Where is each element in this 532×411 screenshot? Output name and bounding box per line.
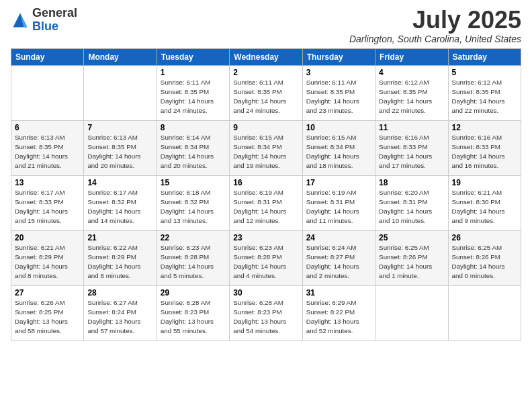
day-number: 20 xyxy=(15,233,80,242)
day-number: 7 xyxy=(87,123,152,132)
logo-icon xyxy=(11,11,30,30)
calendar-cell xyxy=(84,65,157,120)
day-info: Sunrise: 6:17 AMSunset: 8:32 PMDaylight:… xyxy=(87,189,140,225)
location: Darlington, South Carolina, United State… xyxy=(349,34,521,44)
week-row-1: 1Sunrise: 6:11 AMSunset: 8:35 PMDaylight… xyxy=(11,65,521,120)
calendar-cell: 31Sunrise: 6:29 AMSunset: 8:22 PMDayligh… xyxy=(302,285,375,340)
day-info: Sunrise: 6:21 AMSunset: 8:29 PMDaylight:… xyxy=(15,244,68,280)
day-number: 13 xyxy=(15,178,80,187)
day-info: Sunrise: 6:21 AMSunset: 8:30 PMDaylight:… xyxy=(452,189,505,225)
calendar-cell: 24Sunrise: 6:24 AMSunset: 8:27 PMDayligh… xyxy=(302,230,375,285)
logo-general: General xyxy=(32,6,77,19)
day-number: 25 xyxy=(379,233,444,242)
calendar-cell: 22Sunrise: 6:23 AMSunset: 8:28 PMDayligh… xyxy=(157,230,229,285)
calendar-cell: 27Sunrise: 6:26 AMSunset: 8:25 PMDayligh… xyxy=(11,285,84,340)
col-saturday: Saturday xyxy=(448,48,521,65)
calendar-cell: 10Sunrise: 6:15 AMSunset: 8:34 PMDayligh… xyxy=(302,120,375,175)
day-info: Sunrise: 6:26 AMSunset: 8:25 PMDaylight:… xyxy=(15,299,68,335)
calendar-cell: 16Sunrise: 6:19 AMSunset: 8:31 PMDayligh… xyxy=(230,175,302,230)
day-info: Sunrise: 6:23 AMSunset: 8:28 PMDaylight:… xyxy=(161,244,214,280)
day-number: 26 xyxy=(452,233,517,242)
day-number: 5 xyxy=(452,68,517,77)
day-info: Sunrise: 6:11 AMSunset: 8:35 PMDaylight:… xyxy=(306,79,359,115)
col-friday: Friday xyxy=(375,48,448,65)
day-number: 10 xyxy=(306,123,371,132)
day-number: 21 xyxy=(87,233,152,242)
calendar-cell: 21Sunrise: 6:22 AMSunset: 8:29 PMDayligh… xyxy=(84,230,157,285)
day-number: 30 xyxy=(233,288,298,298)
day-number: 4 xyxy=(379,68,444,77)
day-number: 28 xyxy=(87,288,152,298)
calendar-cell: 4Sunrise: 6:12 AMSunset: 8:35 PMDaylight… xyxy=(375,65,448,120)
day-info: Sunrise: 6:29 AMSunset: 8:22 PMDaylight:… xyxy=(306,299,359,335)
calendar-cell: 9Sunrise: 6:15 AMSunset: 8:34 PMDaylight… xyxy=(230,120,302,175)
day-info: Sunrise: 6:27 AMSunset: 8:24 PMDaylight:… xyxy=(87,299,140,335)
day-number: 29 xyxy=(161,288,226,298)
calendar-cell: 2Sunrise: 6:11 AMSunset: 8:35 PMDaylight… xyxy=(230,65,302,120)
day-info: Sunrise: 6:22 AMSunset: 8:29 PMDaylight:… xyxy=(87,244,140,280)
week-row-4: 20Sunrise: 6:21 AMSunset: 8:29 PMDayligh… xyxy=(11,230,521,285)
calendar-cell: 7Sunrise: 6:13 AMSunset: 8:35 PMDaylight… xyxy=(84,120,157,175)
calendar-cell: 8Sunrise: 6:14 AMSunset: 8:34 PMDaylight… xyxy=(157,120,229,175)
logo: General Blue xyxy=(11,7,77,34)
day-number: 2 xyxy=(233,68,298,77)
calendar-cell: 12Sunrise: 6:16 AMSunset: 8:33 PMDayligh… xyxy=(448,120,521,175)
calendar-cell: 23Sunrise: 6:23 AMSunset: 8:28 PMDayligh… xyxy=(230,230,302,285)
day-info: Sunrise: 6:25 AMSunset: 8:26 PMDaylight:… xyxy=(379,244,432,280)
day-number: 15 xyxy=(161,178,226,187)
calendar-cell: 19Sunrise: 6:21 AMSunset: 8:30 PMDayligh… xyxy=(448,175,521,230)
calendar-cell: 1Sunrise: 6:11 AMSunset: 8:35 PMDaylight… xyxy=(157,65,229,120)
day-number: 14 xyxy=(87,178,152,187)
day-number: 31 xyxy=(306,288,371,298)
day-number: 9 xyxy=(233,123,298,132)
day-info: Sunrise: 6:28 AMSunset: 8:23 PMDaylight:… xyxy=(233,299,286,335)
calendar-cell: 26Sunrise: 6:25 AMSunset: 8:26 PMDayligh… xyxy=(448,230,521,285)
day-info: Sunrise: 6:19 AMSunset: 8:31 PMDaylight:… xyxy=(306,189,359,225)
day-number: 1 xyxy=(161,68,226,77)
day-info: Sunrise: 6:16 AMSunset: 8:33 PMDaylight:… xyxy=(379,134,432,170)
day-info: Sunrise: 6:11 AMSunset: 8:35 PMDaylight:… xyxy=(161,79,214,115)
col-tuesday: Tuesday xyxy=(157,48,229,65)
day-info: Sunrise: 6:16 AMSunset: 8:33 PMDaylight:… xyxy=(452,134,505,170)
calendar-cell: 11Sunrise: 6:16 AMSunset: 8:33 PMDayligh… xyxy=(375,120,448,175)
day-number: 11 xyxy=(379,123,444,132)
day-number: 22 xyxy=(161,233,226,242)
page: General Blue July 2025 Darlington, South… xyxy=(0,0,532,411)
calendar-cell: 28Sunrise: 6:27 AMSunset: 8:24 PMDayligh… xyxy=(84,285,157,340)
calendar-cell: 17Sunrise: 6:19 AMSunset: 8:31 PMDayligh… xyxy=(302,175,375,230)
week-row-3: 13Sunrise: 6:17 AMSunset: 8:33 PMDayligh… xyxy=(11,175,521,230)
day-info: Sunrise: 6:18 AMSunset: 8:32 PMDaylight:… xyxy=(161,189,214,225)
day-number: 27 xyxy=(15,288,80,298)
day-info: Sunrise: 6:19 AMSunset: 8:31 PMDaylight:… xyxy=(233,189,286,225)
day-info: Sunrise: 6:15 AMSunset: 8:34 PMDaylight:… xyxy=(306,134,359,170)
day-number: 16 xyxy=(233,178,298,187)
day-info: Sunrise: 6:12 AMSunset: 8:35 PMDaylight:… xyxy=(452,79,505,115)
calendar-cell: 18Sunrise: 6:20 AMSunset: 8:31 PMDayligh… xyxy=(375,175,448,230)
week-row-2: 6Sunrise: 6:13 AMSunset: 8:35 PMDaylight… xyxy=(11,120,521,175)
day-info: Sunrise: 6:24 AMSunset: 8:27 PMDaylight:… xyxy=(306,244,359,280)
calendar-cell: 5Sunrise: 6:12 AMSunset: 8:35 PMDaylight… xyxy=(448,65,521,120)
week-row-5: 27Sunrise: 6:26 AMSunset: 8:25 PMDayligh… xyxy=(11,285,521,340)
col-sunday: Sunday xyxy=(11,48,84,65)
calendar-cell: 6Sunrise: 6:13 AMSunset: 8:35 PMDaylight… xyxy=(11,120,84,175)
calendar-cell: 29Sunrise: 6:28 AMSunset: 8:23 PMDayligh… xyxy=(157,285,229,340)
calendar-cell: 20Sunrise: 6:21 AMSunset: 8:29 PMDayligh… xyxy=(11,230,84,285)
day-info: Sunrise: 6:14 AMSunset: 8:34 PMDaylight:… xyxy=(161,134,214,170)
day-info: Sunrise: 6:15 AMSunset: 8:34 PMDaylight:… xyxy=(233,134,286,170)
calendar-cell: 13Sunrise: 6:17 AMSunset: 8:33 PMDayligh… xyxy=(11,175,84,230)
day-number: 18 xyxy=(379,178,444,187)
calendar-cell: 15Sunrise: 6:18 AMSunset: 8:32 PMDayligh… xyxy=(157,175,229,230)
month-title: July 2025 xyxy=(349,7,521,34)
calendar-header-row: Sunday Monday Tuesday Wednesday Thursday… xyxy=(11,48,521,65)
logo-blue: Blue xyxy=(32,19,58,33)
day-info: Sunrise: 6:12 AMSunset: 8:35 PMDaylight:… xyxy=(379,79,432,115)
header: General Blue July 2025 Darlington, South… xyxy=(11,7,521,44)
day-info: Sunrise: 6:11 AMSunset: 8:35 PMDaylight:… xyxy=(233,79,286,115)
calendar-cell: 14Sunrise: 6:17 AMSunset: 8:32 PMDayligh… xyxy=(84,175,157,230)
col-monday: Monday xyxy=(84,48,157,65)
calendar-cell xyxy=(375,285,448,340)
col-wednesday: Wednesday xyxy=(230,48,302,65)
day-info: Sunrise: 6:20 AMSunset: 8:31 PMDaylight:… xyxy=(379,189,432,225)
day-number: 6 xyxy=(15,123,80,132)
day-number: 12 xyxy=(452,123,517,132)
